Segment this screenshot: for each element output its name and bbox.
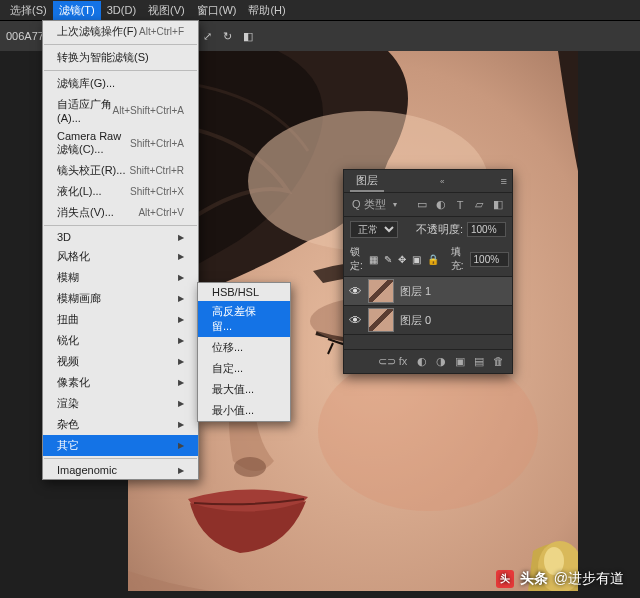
lock-all-icon[interactable]: 🔒 [427,254,439,265]
filter-image-icon[interactable]: ▭ [416,198,428,211]
menu-render[interactable]: 渲染 [43,393,198,414]
svg-point-11 [318,351,538,511]
layer-thumbnail[interactable] [368,308,394,332]
menu-camera-raw[interactable]: Camera Raw 滤镜(C)...Shift+Ctrl+A [43,127,198,160]
menu-sharpen[interactable]: 锐化 [43,330,198,351]
lock-label: 锁定: [350,245,363,273]
menu-lens-correction[interactable]: 镜头校正(R)...Shift+Ctrl+R [43,160,198,181]
zoom-icon[interactable]: ⤢ [202,30,214,43]
menu-last-filter[interactable]: 上次滤镜操作(F)Alt+Ctrl+F [43,21,198,42]
submenu-maximum[interactable]: 最大值... [198,379,290,400]
menu-other[interactable]: 其它 [43,435,198,456]
submenu-minimum[interactable]: 最小值... [198,400,290,421]
layers-tab[interactable]: 图层 [350,171,384,192]
menu-pixelate[interactable]: 像素化 [43,372,198,393]
layer-name[interactable]: 图层 1 [400,284,431,299]
visibility-icon[interactable]: 👁 [348,284,362,299]
menu-stylize[interactable]: 风格化 [43,246,198,267]
menu-select[interactable]: 选择(S) [4,1,53,20]
layer-thumbnail[interactable] [368,279,394,303]
kind-filter[interactable]: Q 类型 [352,197,386,212]
submenu-hsb-hsl[interactable]: HSB/HSL [198,283,290,301]
menu-blur[interactable]: 模糊 [43,267,198,288]
menu-vanishing-point[interactable]: 消失点(V)...Alt+Ctrl+V [43,202,198,223]
visibility-icon[interactable]: 👁 [348,313,362,328]
blend-mode-select[interactable]: 正常 [350,221,398,238]
menu-window[interactable]: 窗口(W) [191,1,243,20]
watermark-logo-icon: 头 [496,570,514,588]
rotate-icon[interactable]: ↻ [222,30,234,43]
submenu-custom[interactable]: 自定... [198,358,290,379]
fill-label: 填充: [451,245,464,273]
filter-smart-icon[interactable]: ◧ [492,198,504,211]
layer-name[interactable]: 图层 0 [400,313,431,328]
layer-row[interactable]: 👁 图层 1 [344,277,512,306]
watermark: 头 头条 @进步有道 [496,570,624,588]
layers-panel[interactable]: 图层 « ≡ Q 类型▾ ▭ ◐ T ▱ ◧ 正常 不透明度: 锁定: ▦ ✎ … [343,169,513,374]
submenu-high-pass[interactable]: 高反差保留... [198,301,290,337]
opacity-label: 不透明度: [416,222,463,237]
lock-pixels-icon[interactable]: ▦ [369,254,378,265]
scale-icon[interactable]: ◧ [242,30,254,43]
adjustment-icon[interactable]: ◑ [435,355,447,368]
watermark-author: @进步有道 [554,570,624,588]
lock-artboard-icon[interactable]: ▣ [412,254,421,265]
svg-point-10 [234,457,266,477]
filter-shape-icon[interactable]: ▱ [473,198,485,211]
menu-filter-gallery[interactable]: 滤镜库(G)... [43,73,198,94]
fill-input[interactable] [470,252,509,267]
panel-menu-icon[interactable]: ≡ [501,175,506,187]
chevron-down-icon[interactable]: ▾ [393,200,397,209]
link-icon[interactable]: ⊂⊃ [378,355,390,368]
menu-liquify[interactable]: 液化(L)...Shift+Ctrl+X [43,181,198,202]
menu-help[interactable]: 帮助(H) [242,1,291,20]
menu-imagenomic[interactable]: Imagenomic [43,461,198,479]
mask-icon[interactable]: ◐ [416,355,428,368]
collapse-icon[interactable]: « [440,177,444,186]
filter-type-icon[interactable]: T [454,199,466,211]
menu-distort[interactable]: 扭曲 [43,309,198,330]
filter-adjust-icon[interactable]: ◐ [435,198,447,211]
lock-brush-icon[interactable]: ✎ [384,254,392,265]
menu-view[interactable]: 视图(V) [142,1,191,20]
opacity-input[interactable] [467,222,506,237]
menu-3d-sub[interactable]: 3D [43,228,198,246]
menu-3d[interactable]: 3D(D) [101,2,142,18]
new-layer-icon[interactable]: ▤ [473,355,485,368]
submenu-offset[interactable]: 位移... [198,337,290,358]
layer-row[interactable]: 👁 图层 0 [344,306,512,335]
lock-position-icon[interactable]: ✥ [398,254,406,265]
other-submenu: HSB/HSL 高反差保留... 位移... 自定... 最大值... 最小值.… [197,282,291,422]
watermark-brand: 头条 [520,570,548,588]
menubar: 选择(S) 滤镜(T) 3D(D) 视图(V) 窗口(W) 帮助(H) [0,0,640,21]
fx-icon[interactable]: fx [397,355,409,368]
menu-filter[interactable]: 滤镜(T) [53,1,101,20]
group-icon[interactable]: ▣ [454,355,466,368]
menu-noise[interactable]: 杂色 [43,414,198,435]
menu-blur-gallery[interactable]: 模糊画廊 [43,288,198,309]
menu-video[interactable]: 视频 [43,351,198,372]
menu-adaptive-wide[interactable]: 自适应广角(A)...Alt+Shift+Ctrl+A [43,94,198,127]
menu-convert-smart[interactable]: 转换为智能滤镜(S) [43,47,198,68]
trash-icon[interactable]: 🗑 [492,355,504,368]
filter-menu: 上次滤镜操作(F)Alt+Ctrl+F 转换为智能滤镜(S) 滤镜库(G)...… [42,20,199,480]
